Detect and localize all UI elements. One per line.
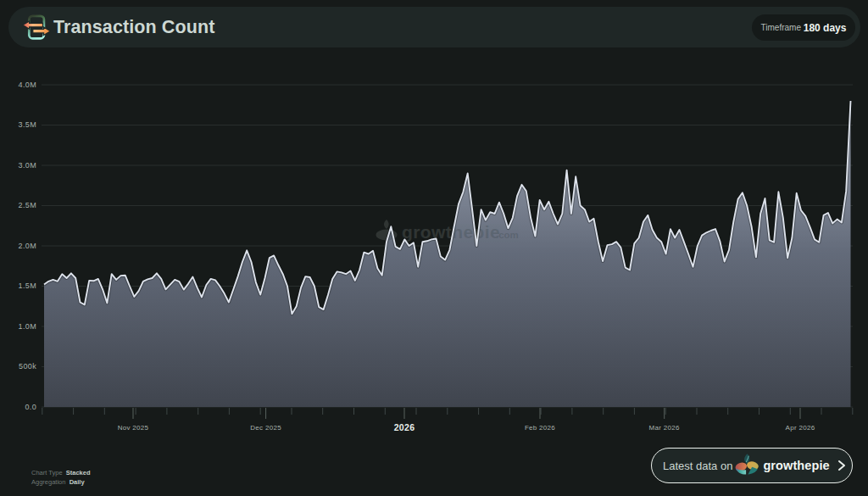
svg-text:.com: .com [496,230,519,240]
svg-text:1.5M: 1.5M [19,281,36,290]
svg-text:3.0M: 3.0M [19,161,36,170]
svg-text:Mar 2026: Mar 2026 [649,424,680,432]
svg-text:1.0M: 1.0M [19,322,36,331]
svg-text:Feb 2026: Feb 2026 [525,424,555,432]
svg-text:Apr 2026: Apr 2026 [786,424,815,432]
svg-text:500k: 500k [19,362,36,371]
svg-text:2026: 2026 [394,422,415,432]
svg-text:2.5M: 2.5M [19,201,36,209]
svg-text:2.0M: 2.0M [19,242,36,250]
svg-text:4.0M: 4.0M [19,81,36,89]
svg-text:3.5M: 3.5M [19,120,36,129]
svg-text:Dec 2025: Dec 2025 [250,424,281,432]
svg-text:0.0: 0.0 [25,403,36,411]
svg-text:Nov 2025: Nov 2025 [118,424,149,432]
